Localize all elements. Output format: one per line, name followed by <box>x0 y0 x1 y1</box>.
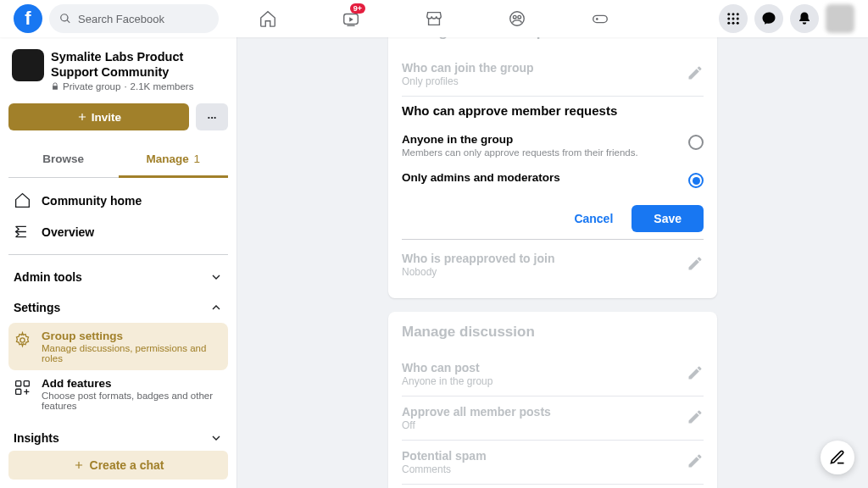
group-image <box>12 49 44 81</box>
row-preapproved[interactable]: Who is preapproved to join Nobody <box>402 243 704 286</box>
top-nav: f Search Facebook 9+ <box>0 0 868 37</box>
sidebar-settings[interactable]: Settings <box>8 292 228 323</box>
radio-unselected[interactable] <box>688 135 704 150</box>
sidebar: Symalite Labs Product Support Community … <box>0 37 237 488</box>
lock-icon <box>51 82 59 91</box>
menu-button[interactable] <box>719 4 748 33</box>
facebook-logo[interactable]: f <box>14 4 42 33</box>
invite-button[interactable]: Invite <box>8 103 189 130</box>
nav-center: 9+ <box>230 0 638 37</box>
compose-button[interactable] <box>821 441 854 474</box>
option-anyone[interactable]: Anyone in the group Members can only app… <box>402 126 704 164</box>
marketplace-icon <box>425 9 443 28</box>
group-header[interactable]: Symalite Labs Product Support Community … <box>8 46 228 95</box>
manage-membership-card: Manage membership Who can join the group… <box>388 12 717 298</box>
sidebar-tabs: Browse Manage 1 <box>8 142 228 178</box>
home-icon <box>14 191 31 209</box>
messenger-icon <box>761 11 776 26</box>
sidebar-community-home[interactable]: Community home <box>8 185 228 216</box>
gear-icon <box>14 331 31 349</box>
sidebar-overview[interactable]: Overview <box>8 216 228 247</box>
svg-point-9 <box>732 18 735 20</box>
search-placeholder: Search Facebook <box>78 13 164 25</box>
pencil-icon[interactable] <box>687 364 704 381</box>
create-chat-button[interactable]: Create a chat <box>8 451 228 480</box>
save-button[interactable]: Save <box>632 205 704 232</box>
group-name: Symalite Labs Product Support Community <box>51 49 225 80</box>
svg-point-10 <box>737 18 739 20</box>
chevron-up-icon <box>209 301 223 314</box>
svg-point-3 <box>518 15 521 19</box>
pencil-icon[interactable] <box>687 64 704 81</box>
watch-badge: 9+ <box>350 3 365 14</box>
svg-point-13 <box>737 22 739 25</box>
profile-avatar[interactable] <box>826 4 854 33</box>
more-button[interactable]: ··· <box>196 103 228 130</box>
svg-point-8 <box>727 18 730 20</box>
pencil-icon[interactable] <box>687 255 704 272</box>
svg-point-14 <box>20 338 25 342</box>
manage-discussion-card: Manage discussion Who can postAnyone in … <box>388 312 717 488</box>
tab-browse[interactable]: Browse <box>8 142 119 177</box>
messenger-button[interactable] <box>754 4 783 33</box>
svg-rect-17 <box>16 390 21 395</box>
option-admins-only[interactable]: Only admins and moderators <box>402 164 704 195</box>
chevron-down-icon <box>209 270 223 284</box>
nav-marketplace[interactable] <box>396 0 472 37</box>
approve-section: Who can approve member requests Anyone i… <box>402 97 704 236</box>
plus-icon <box>73 459 85 471</box>
group-meta: Private group · 2.1K members <box>51 81 225 92</box>
svg-rect-16 <box>24 381 29 386</box>
sidebar-group-settings[interactable]: Group settings Manage discussions, permi… <box>8 323 228 370</box>
sidebar-add-features[interactable]: Add features Choose post formats, badges… <box>8 370 228 418</box>
sidebar-insights[interactable]: Insights <box>8 423 228 453</box>
edit-icon <box>829 449 846 466</box>
row-who-can-post[interactable]: Who can postAnyone in the group <box>402 352 704 396</box>
svg-point-2 <box>513 15 516 19</box>
svg-rect-4 <box>593 15 608 22</box>
nav-home[interactable] <box>230 0 306 37</box>
svg-point-7 <box>737 13 739 15</box>
svg-point-5 <box>727 13 730 15</box>
main-content: Manage membership Who can join the group… <box>237 0 868 488</box>
home-icon <box>259 9 277 28</box>
bell-icon <box>797 11 812 26</box>
card-title: Manage discussion <box>402 324 704 341</box>
nav-groups[interactable] <box>479 0 555 37</box>
svg-point-12 <box>732 22 735 25</box>
radio-selected[interactable] <box>688 173 704 188</box>
nav-watch[interactable]: 9+ <box>313 0 389 37</box>
pencil-icon[interactable] <box>687 408 704 425</box>
grid-plus-icon <box>14 379 31 396</box>
notifications-button[interactable] <box>790 4 819 33</box>
svg-point-11 <box>727 22 730 25</box>
sidebar-admin-tools[interactable]: Admin tools <box>8 262 228 292</box>
search-icon <box>59 13 71 25</box>
overview-icon <box>14 223 31 241</box>
nav-gaming[interactable] <box>562 0 638 37</box>
row-sort[interactable]: Sort commentsSuggested default <box>402 485 704 488</box>
row-approve-posts[interactable]: Approve all member postsOff <box>402 396 704 441</box>
svg-point-1 <box>510 12 525 26</box>
groups-icon <box>508 9 526 28</box>
svg-point-6 <box>732 13 735 15</box>
tab-manage[interactable]: Manage 1 <box>119 142 229 178</box>
row-who-can-join[interactable]: Who can join the group Only profiles <box>402 53 704 97</box>
grid-icon <box>726 11 741 26</box>
search-input[interactable]: Search Facebook <box>49 4 219 33</box>
pencil-icon[interactable] <box>687 452 704 469</box>
cancel-button[interactable]: Cancel <box>562 205 625 232</box>
row-spam[interactable]: Potential spamComments <box>402 441 704 485</box>
nav-right <box>719 4 854 33</box>
gaming-icon <box>591 9 609 28</box>
svg-rect-15 <box>16 381 21 386</box>
plus-icon <box>76 111 88 123</box>
chevron-down-icon <box>209 431 223 445</box>
